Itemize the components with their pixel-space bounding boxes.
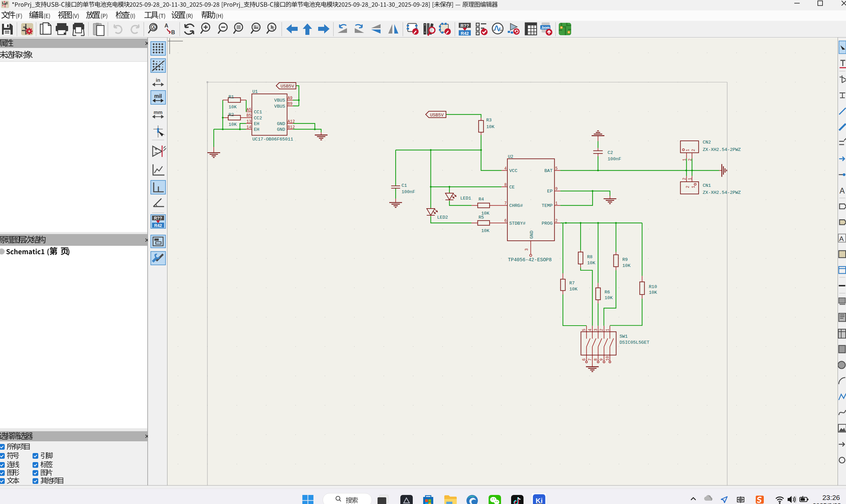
svg-text:VBUS: VBUS: [274, 104, 285, 109]
svg-text:A12: A12: [288, 119, 295, 124]
svg-text:LED1: LED1: [461, 196, 471, 201]
svg-text:7: 7: [504, 201, 507, 206]
svg-text:6: 6: [582, 358, 587, 361]
svg-text:CN2: CN2: [703, 140, 711, 145]
svg-text:STDBY#: STDBY#: [510, 221, 526, 226]
svg-text:2: 2: [682, 178, 687, 180]
svg-text:C2: C2: [608, 150, 613, 155]
svg-text:10K: 10K: [486, 124, 495, 129]
svg-text:TP4056-42-ESOP8: TP4056-42-ESOP8: [508, 257, 552, 263]
svg-text:CE: CE: [510, 185, 515, 190]
svg-text:CC1: CC1: [254, 110, 262, 115]
svg-text:A9: A9: [288, 96, 292, 101]
svg-text:6: 6: [504, 219, 507, 223]
svg-text:2: 2: [599, 329, 604, 331]
svg-text:B5: B5: [247, 113, 251, 118]
svg-text:100nF: 100nF: [402, 190, 415, 195]
svg-text:A: A: [840, 186, 845, 195]
svg-text:A: A: [839, 235, 844, 242]
svg-text:mm: mm: [154, 109, 163, 115]
svg-text:R??: R??: [154, 216, 162, 221]
svg-text:10K: 10K: [481, 228, 489, 233]
svg-text:5: 5: [555, 166, 558, 171]
svg-text:23:26: 23:26: [822, 493, 840, 501]
svg-text:VCC: VCC: [510, 168, 517, 173]
svg-text:10K: 10K: [587, 260, 595, 266]
svg-text:10: 10: [605, 356, 610, 361]
svg-text:GND: GND: [529, 231, 534, 239]
svg-text:1: 1: [688, 178, 693, 180]
svg-text:R10: R10: [649, 284, 657, 289]
svg-text:1: 1: [686, 149, 690, 151]
svg-text:R42: R42: [154, 223, 162, 228]
svg-text:GND: GND: [277, 127, 285, 132]
svg-text:R7: R7: [569, 281, 575, 286]
svg-text:C1: C1: [402, 183, 407, 188]
svg-text:9: 9: [599, 358, 604, 361]
svg-text:2: 2: [686, 186, 690, 188]
svg-text:ZX-XH2.54-2PWZ: ZX-XH2.54-2PWZ: [703, 190, 741, 195]
svg-text:U2: U2: [508, 154, 514, 159]
svg-text:CC2: CC2: [254, 116, 262, 121]
svg-text:A: A: [152, 25, 155, 30]
svg-text:R8: R8: [587, 254, 593, 259]
svg-text:R4: R4: [479, 197, 484, 202]
svg-text:7: 7: [588, 358, 593, 361]
svg-text:B: B: [171, 30, 175, 35]
svg-text:2: 2: [555, 219, 558, 223]
svg-text:EH: EH: [254, 127, 259, 132]
svg-text:1: 1: [605, 329, 610, 331]
svg-text:B12: B12: [288, 125, 295, 130]
svg-text:R??: R??: [461, 23, 469, 28]
svg-text:UC17-OB06F65011: UC17-OB06F65011: [252, 137, 293, 142]
svg-text:R1: R1: [228, 94, 234, 100]
svg-text:CHRG#: CHRG#: [510, 203, 523, 208]
svg-text:14: 14: [247, 125, 251, 130]
svg-text:13: 13: [247, 119, 251, 124]
svg-text:TEMP: TEMP: [542, 203, 552, 208]
svg-text:2025/9/28: 2025/9/28: [812, 502, 841, 504]
svg-text:10K: 10K: [622, 263, 631, 268]
svg-text:10K: 10K: [228, 105, 237, 110]
svg-text:USB5V: USB5V: [430, 113, 444, 118]
svg-text:9: 9: [555, 187, 558, 192]
svg-text:4: 4: [504, 166, 507, 171]
svg-text:BAT: BAT: [544, 168, 552, 173]
svg-text:10K: 10K: [605, 295, 613, 301]
svg-text:CN1: CN1: [703, 183, 711, 188]
svg-text:R9: R9: [622, 257, 628, 262]
svg-text:10K: 10K: [569, 287, 578, 292]
svg-text:3: 3: [594, 329, 598, 331]
svg-text:1: 1: [555, 201, 558, 206]
svg-text:Ki: Ki: [536, 497, 542, 504]
svg-text:R5: R5: [479, 215, 484, 220]
svg-text:8: 8: [594, 358, 598, 361]
svg-text:U1: U1: [252, 89, 258, 94]
svg-text:B9: B9: [288, 102, 292, 106]
svg-text:A: A: [165, 23, 169, 29]
svg-text:ZX-XH2.54-2PWZ: ZX-XH2.54-2PWZ: [703, 147, 741, 152]
svg-text:mil: mil: [154, 93, 162, 99]
svg-text:USB5V: USB5V: [280, 84, 294, 89]
svg-text:10K: 10K: [649, 290, 657, 295]
svg-text:R3: R3: [486, 118, 491, 123]
svg-text:.bom: .bom: [541, 25, 550, 30]
svg-text:R2: R2: [228, 112, 234, 118]
svg-text:10K: 10K: [228, 122, 237, 127]
svg-text:EP: EP: [547, 189, 552, 194]
svg-text:2: 2: [691, 149, 696, 151]
svg-text:1: 1: [691, 186, 696, 188]
svg-text:5: 5: [582, 329, 587, 331]
svg-text:PROG: PROG: [542, 221, 552, 226]
svg-text:100nF: 100nF: [608, 157, 621, 162]
svg-text:3: 3: [524, 249, 529, 251]
svg-text:in: in: [156, 77, 160, 83]
svg-text:DSIC05L5GET: DSIC05L5GET: [620, 340, 649, 345]
svg-text:SW1: SW1: [620, 334, 627, 339]
svg-text:2: 2: [688, 159, 693, 161]
svg-text:R6: R6: [605, 290, 610, 295]
svg-text:R42: R42: [461, 31, 469, 36]
svg-text:GND: GND: [277, 121, 285, 126]
svg-text:VBUS: VBUS: [274, 98, 285, 103]
svg-text:EH: EH: [254, 121, 259, 126]
